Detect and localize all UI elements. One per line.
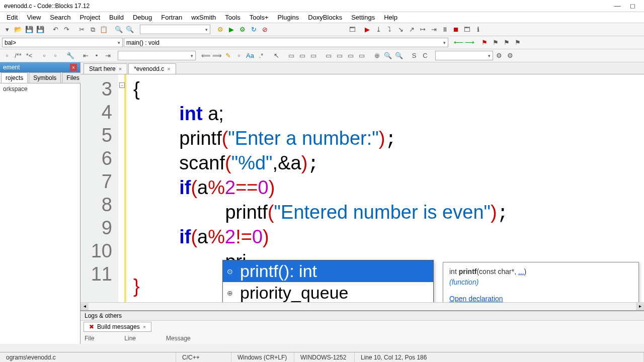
menu-tools[interactable]: Tools [220,13,245,22]
menu-project[interactable]: Project [75,13,105,22]
menu-view[interactable]: View [22,13,45,22]
menu-plugins[interactable]: Plugins [273,13,304,22]
function-dropdown[interactable]: main() : void▾ [124,38,448,47]
rebuild-icon[interactable]: ↻ [249,25,259,35]
gear1-icon[interactable]: ⚙ [494,51,504,61]
run-to-cursor-icon[interactable]: ⤓ [373,25,383,35]
replace-icon[interactable]: 🔍 [125,25,135,35]
box7-icon[interactable]: ▭ [357,51,367,61]
debug-start-icon[interactable]: ▶ [362,25,372,35]
menu-settings[interactable]: Settings [347,13,379,22]
minimize-button[interactable]: — [610,2,625,10]
box3-icon[interactable]: ▭ [308,51,318,61]
cut-icon[interactable]: ✂ [76,25,87,35]
break-icon[interactable]: ⏸ [440,25,450,35]
doxy2-icon[interactable]: ▫ [50,51,60,61]
workspace-item[interactable]: orkspace [3,85,28,93]
jump-fwd-icon[interactable]: ⇥ [103,51,113,61]
prev-func-icon[interactable]: ⟸ [201,51,211,61]
jump-dropdown[interactable]: ▾ [118,51,196,60]
abort-icon[interactable]: ⊘ [260,25,270,35]
undo-icon[interactable]: ↶ [50,25,60,35]
paste-icon[interactable]: 📋 [99,25,109,35]
tab-evenodd[interactable]: *evenodd.c × [128,63,176,74]
bookmark-next-icon[interactable]: ⚑ [502,38,512,48]
redo-icon[interactable]: ↷ [61,25,71,35]
open-declaration-link[interactable]: Open declaration [449,295,503,302]
menu-doxyblocks[interactable]: DoxyBlocks [303,13,347,22]
c-icon[interactable]: C [420,51,430,61]
jump-here-icon[interactable]: • [92,51,102,61]
jump-back-icon[interactable]: ⇤ [80,51,91,61]
horizontal-scrollbar[interactable]: ◂ ▸ [80,302,644,310]
box4-icon[interactable]: ▭ [324,51,334,61]
step-into-icon[interactable]: ↘ [395,25,406,35]
fold-minus-icon[interactable]: − [119,82,125,88]
comment-icon[interactable]: /** [13,51,23,61]
build-target-dropdown[interactable]: ▾ [140,25,210,34]
menu-edit[interactable]: Edit [2,13,22,22]
bookmark-clear-icon[interactable]: ⚑ [513,38,523,48]
hl2-icon[interactable]: ▫ [234,51,244,61]
debug-windows-icon[interactable]: 🗔 [462,25,472,35]
zoom-reset-icon[interactable]: ⊕ [372,51,382,61]
next-line-icon[interactable]: ⤵ [384,25,394,35]
scope-dropdown[interactable]: bal>▾ [2,38,123,47]
step-instr-icon[interactable]: ⇥ [429,25,439,35]
debug-target-icon[interactable]: 🗔 [347,25,357,35]
next-func-icon[interactable]: ⟹ [212,51,222,61]
nav-back-icon[interactable]: ⟵ [453,38,463,48]
build-run-icon[interactable]: ⚙ [237,25,248,35]
save-icon[interactable]: 💾 [24,25,34,35]
info-icon[interactable]: ℹ [473,25,483,35]
doxy1-icon[interactable]: ▫ [39,51,49,61]
autocomplete-item[interactable]: ⊕ priority_queue [223,282,433,302]
bookmark-icon[interactable]: ⚑ [479,38,490,48]
tab-start-here[interactable]: Start here × [84,63,127,74]
box2-icon[interactable]: ▭ [297,51,307,61]
maximize-button[interactable]: ◻ [625,2,640,10]
bookmark-prev-icon[interactable]: ⚑ [491,38,501,48]
zoom-icon[interactable]: 🔍 [383,51,393,61]
step-out-icon[interactable]: ↗ [407,25,417,35]
extra-dropdown[interactable]: ▾ [435,51,493,60]
menu-toolsplus[interactable]: Tools+ [245,13,273,22]
new-file-icon[interactable]: ▾ [2,25,12,35]
save-all-icon[interactable]: 💾 [35,25,45,35]
s-icon[interactable]: S [409,51,419,61]
nav-fwd-icon[interactable]: ⟶ [464,38,474,48]
menu-debug[interactable]: Debug [128,13,156,22]
toggle1-icon[interactable]: ▫ [2,51,12,61]
hl1-icon[interactable]: ✎ [223,51,233,61]
hl4-icon[interactable]: .* [256,51,266,61]
stop-icon[interactable]: ⏹ [451,25,461,35]
sel-icon[interactable]: ↖ [271,51,281,61]
box5-icon[interactable]: ▭ [335,51,345,61]
menu-help[interactable]: Help [379,13,402,22]
copy-icon[interactable]: ⧉ [88,25,98,35]
menu-fortran[interactable]: Fortran [156,13,187,22]
code-area[interactable]: 3 4 5 6 7 8 9 10 11 − { int a; printf("E… [80,74,644,302]
zoom2-icon[interactable]: 🔍 [394,51,404,61]
open-icon[interactable]: 📂 [13,25,23,35]
comment2-icon[interactable]: *< [24,51,34,61]
close-icon[interactable]: × [143,324,146,330]
menu-search[interactable]: Search [45,13,75,22]
autocomplete-item[interactable]: ⊙ printf(): int [223,260,433,282]
calltip-vararg-link[interactable]: ... [518,267,524,276]
autocomplete-popup[interactable]: ⊙ printf(): int ⊕ priority_queue ⊕ priva… [222,260,434,302]
box1-icon[interactable]: ▭ [286,51,296,61]
build-icon[interactable]: ⚙ [215,25,225,35]
menu-build[interactable]: Build [105,13,128,22]
find-icon[interactable]: 🔍 [114,25,124,35]
sidebar-tab-symbols[interactable]: Symbols [29,72,61,83]
scroll-right-icon[interactable]: ▸ [636,303,644,310]
next-instr-icon[interactable]: ↦ [418,25,428,35]
hl3-icon[interactable]: Aa [245,51,255,61]
menu-wxsmith[interactable]: wxSmith [187,13,220,22]
sidebar-close-icon[interactable]: × [70,64,77,71]
close-icon[interactable]: × [119,66,122,72]
close-icon[interactable]: × [167,66,170,72]
logs-tab-build[interactable]: ✖ Build messages × [84,322,151,332]
box6-icon[interactable]: ▭ [346,51,356,61]
